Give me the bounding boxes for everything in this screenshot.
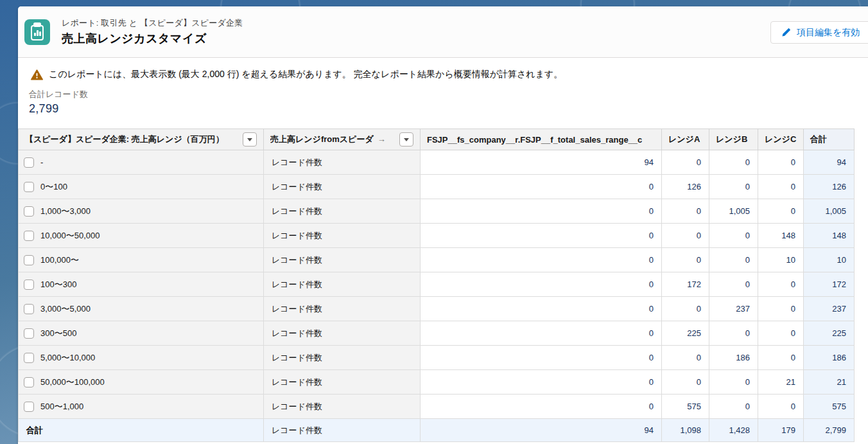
row-total-cell[interactable]: 21 [804, 370, 855, 395]
metric-cell: レコード件数 [264, 175, 421, 199]
value-cell[interactable]: 0 [421, 272, 662, 297]
row-checkbox[interactable] [24, 328, 34, 339]
chevron-down-icon [247, 138, 252, 141]
grand-total-value-cell[interactable]: 94 [421, 419, 662, 442]
value-cell[interactable]: 0 [758, 321, 804, 346]
value-cell[interactable]: 0 [758, 395, 804, 419]
group-label: 100〜300 [40, 279, 76, 290]
group-label: 500〜1,000 [40, 401, 83, 413]
column-header-total[interactable]: 合計 [804, 129, 855, 150]
value-cell[interactable]: 0 [662, 199, 709, 224]
value-cell[interactable]: 1,005 [709, 199, 758, 224]
column-header-group1-label: 【スピーダ】スピーダ企業: 売上高レンジ（百万円） [25, 134, 224, 145]
row-total-cell[interactable]: 148 [804, 224, 855, 248]
row-total-cell[interactable]: 10 [804, 248, 855, 272]
column-header-group2-label: 売上高レンジfromスピーダ [270, 134, 374, 144]
value-cell[interactable]: 0 [758, 175, 804, 199]
value-cell[interactable]: 225 [662, 321, 709, 346]
report-header: レポート: 取引先 と 【スピーダ】スピーダ企業 売上高レンジカスタマイズ 項目… [18, 6, 868, 58]
grand-total-value-cell[interactable]: 179 [758, 419, 804, 442]
group-label: 50,000〜100,000 [40, 377, 105, 388]
value-cell[interactable]: 0 [421, 224, 662, 248]
column-header-range-c[interactable]: レンジC [758, 129, 804, 150]
value-cell[interactable]: 0 [758, 150, 804, 175]
group-label: 1,000〜3,000 [40, 206, 91, 217]
value-cell[interactable]: 0 [758, 297, 804, 321]
value-cell[interactable]: 0 [758, 272, 804, 297]
breadcrumb: レポート: 取引先 と 【スピーダ】スピーダ企業 [62, 17, 243, 29]
value-cell[interactable]: 0 [662, 150, 709, 175]
value-cell[interactable]: 94 [421, 150, 662, 175]
row-total-cell[interactable]: 575 [804, 395, 855, 419]
value-cell[interactable]: 0 [421, 175, 662, 199]
value-cell[interactable]: 237 [709, 297, 758, 321]
grand-total-sum-cell[interactable]: 2,799 [804, 419, 855, 442]
value-cell[interactable]: 0 [662, 346, 709, 370]
value-cell[interactable]: 0 [421, 199, 662, 224]
row-checkbox[interactable] [24, 255, 34, 265]
row-total-cell[interactable]: 237 [804, 297, 855, 321]
row-total-cell[interactable]: 186 [804, 346, 855, 370]
value-cell[interactable]: 126 [662, 175, 709, 199]
column-header-group1[interactable]: 【スピーダ】スピーダ企業: 売上高レンジ（百万円） [19, 129, 264, 150]
value-cell[interactable]: 0 [662, 297, 709, 321]
group-label: - [40, 157, 43, 167]
value-cell[interactable]: 0 [758, 199, 804, 224]
value-cell[interactable]: 0 [662, 370, 709, 395]
value-cell[interactable]: 0 [421, 346, 662, 370]
metric-cell: レコード件数 [264, 150, 421, 175]
row-checkbox[interactable] [24, 231, 34, 241]
group-label: 3,000〜5,000 [40, 303, 91, 315]
row-checkbox[interactable] [24, 377, 34, 387]
value-cell[interactable]: 0 [758, 346, 804, 370]
row-checkbox[interactable] [24, 304, 34, 314]
value-cell[interactable]: 0 [421, 248, 662, 272]
value-cell[interactable]: 0 [709, 224, 758, 248]
group-label: 100,000〜 [40, 254, 79, 266]
value-cell[interactable]: 10 [758, 248, 804, 272]
value-cell[interactable]: 0 [709, 370, 758, 395]
metric-cell: レコード件数 [264, 248, 421, 272]
row-total-cell[interactable]: 172 [804, 272, 855, 297]
value-cell[interactable]: 21 [758, 370, 804, 395]
value-cell[interactable]: 0 [709, 150, 758, 175]
row-total-cell[interactable]: 225 [804, 321, 855, 346]
column-dropdown-button[interactable] [399, 132, 413, 147]
row-total-cell[interactable]: 94 [804, 150, 855, 175]
value-cell[interactable]: 0 [709, 248, 758, 272]
value-cell[interactable]: 148 [758, 224, 804, 248]
value-cell[interactable]: 0 [421, 321, 662, 346]
value-cell[interactable]: 0 [709, 175, 758, 199]
value-cell[interactable]: 0 [662, 224, 709, 248]
row-checkbox[interactable] [24, 402, 34, 412]
value-cell[interactable]: 186 [709, 346, 758, 370]
row-checkbox[interactable] [24, 157, 34, 168]
group-label: 10,000〜50,000 [40, 230, 100, 242]
value-cell[interactable]: 0 [709, 395, 758, 419]
row-total-cell[interactable]: 126 [804, 175, 855, 199]
row-total-cell[interactable]: 1,005 [804, 199, 855, 224]
value-cell[interactable]: 0 [662, 248, 709, 272]
grand-total-value-cell[interactable]: 1,428 [709, 419, 758, 442]
value-cell[interactable]: 0 [421, 370, 662, 395]
value-cell[interactable]: 0 [709, 272, 758, 297]
table-row: 3,000〜5,000 レコード件数 0 0 237 0 237 [19, 297, 855, 321]
row-checkbox[interactable] [24, 353, 34, 363]
value-cell[interactable]: 0 [709, 321, 758, 346]
value-cell[interactable]: 575 [662, 395, 709, 419]
value-cell[interactable]: 172 [662, 272, 709, 297]
value-cell[interactable]: 0 [421, 297, 662, 321]
metric-cell: レコード件数 [264, 297, 421, 321]
grand-total-value-cell[interactable]: 1,098 [662, 419, 709, 442]
column-header-group2[interactable]: 売上高レンジfromスピーダ→ [264, 129, 421, 150]
column-header-field[interactable]: FSJP__fs_company__r.FSJP__f_total_sales_… [421, 129, 662, 150]
column-dropdown-button[interactable] [243, 132, 257, 147]
table-row: 0〜100 レコード件数 0 126 0 0 126 [19, 175, 855, 199]
enable-field-editing-button[interactable]: 項目編集を有効 [770, 21, 868, 44]
row-checkbox[interactable] [24, 182, 34, 192]
row-checkbox[interactable] [24, 206, 34, 217]
column-header-range-a[interactable]: レンジA [662, 129, 709, 150]
value-cell[interactable]: 0 [421, 395, 662, 419]
row-checkbox[interactable] [24, 280, 34, 290]
column-header-range-b[interactable]: レンジB [709, 129, 758, 150]
